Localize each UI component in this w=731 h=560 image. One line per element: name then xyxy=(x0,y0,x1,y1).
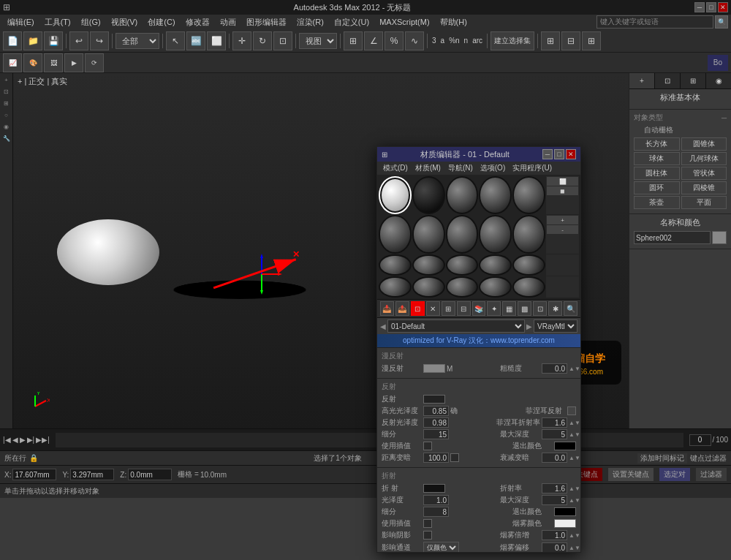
cylinder-btn[interactable]: 圆柱体 xyxy=(634,167,680,180)
mat-side-icon-3[interactable]: + xyxy=(547,216,578,224)
last-frame-btn[interactable]: ▶▶| xyxy=(36,436,50,444)
fog-bias-spinner[interactable]: ▲▼ xyxy=(569,545,576,551)
z-input[interactable] xyxy=(128,469,172,480)
auto-grid-check[interactable] xyxy=(634,126,643,135)
fog-bias-input[interactable] xyxy=(542,542,567,552)
mat-forward-btn[interactable]: ▶ xyxy=(526,322,532,330)
timeline-controls[interactable]: |◀ ◀ ▶ ▶| ▶▶| xyxy=(0,436,53,444)
menu-animation[interactable]: 动画 xyxy=(216,15,240,29)
refract-exit-color[interactable] xyxy=(554,507,576,516)
mat-sphere-21[interactable] xyxy=(446,276,479,298)
select-by-name-button[interactable]: 🔤 xyxy=(186,31,205,50)
mat-side-icon-1[interactable]: ⬜ xyxy=(547,177,578,186)
mat-minimize-btn[interactable]: ─ xyxy=(542,149,553,159)
menu-group[interactable]: 组(G) xyxy=(77,15,105,29)
hierarchy-tab[interactable]: ⊞ xyxy=(681,73,706,88)
menu-create[interactable]: 创建(C) xyxy=(143,15,179,29)
ior-input[interactable] xyxy=(542,483,567,493)
menu-customize[interactable]: 自定义(U) xyxy=(330,15,374,29)
mat-maximize-btn[interactable]: □ xyxy=(554,149,564,159)
diffuse-m-btn[interactable]: M xyxy=(447,365,452,373)
move-button[interactable]: ✛ xyxy=(232,31,251,50)
reflect-gloss-input[interactable] xyxy=(423,417,449,428)
select-button[interactable]: ↖ xyxy=(166,31,185,50)
create-icon[interactable]: + xyxy=(1,75,12,85)
snap-toggle[interactable]: ⊞ xyxy=(344,31,363,50)
depth-spinner[interactable]: ▲▼ xyxy=(569,431,576,438)
mat-menu-mode[interactable]: 模式(D) xyxy=(380,163,411,173)
mat-sphere-5[interactable] xyxy=(512,176,545,214)
filter-btn[interactable]: 键点过滤器 xyxy=(690,453,727,463)
mat-sphere-16[interactable] xyxy=(479,254,512,276)
mat-sphere-11[interactable] xyxy=(512,215,545,253)
plane-btn[interactable]: 平面 xyxy=(681,196,727,209)
exit-color[interactable] xyxy=(554,442,576,450)
mat-sphere-20[interactable] xyxy=(412,276,445,298)
mat-sphere-1[interactable] xyxy=(379,176,412,214)
percent-snap[interactable]: % xyxy=(385,31,404,50)
sphere-btn[interactable]: 球体 xyxy=(634,152,680,165)
menu-help[interactable]: 帮助(H) xyxy=(436,15,471,29)
display-tab[interactable]: ◉ xyxy=(706,73,731,88)
refract-color[interactable] xyxy=(423,484,445,493)
graph-editor-btn[interactable]: 📈 xyxy=(3,53,22,72)
teapot-btn[interactable]: 茶壶 xyxy=(634,196,680,209)
menu-modifiers[interactable]: 修改器 xyxy=(181,15,214,29)
mat-sphere-8[interactable] xyxy=(412,215,445,253)
mat-sphere-19[interactable] xyxy=(379,276,412,298)
unique-btn[interactable]: ⊟ xyxy=(457,301,471,316)
roughness-input[interactable] xyxy=(542,363,567,374)
geosphere-btn[interactable]: 几何球体 xyxy=(681,152,727,165)
render-btn[interactable]: ▶ xyxy=(64,53,83,72)
render-last-btn[interactable]: ⟳ xyxy=(85,53,104,72)
mat-sphere-23[interactable] xyxy=(512,276,545,298)
roughness-spinner[interactable]: ▲▼ xyxy=(569,366,576,372)
mat-sphere-22[interactable] xyxy=(479,276,512,298)
color-swatch[interactable] xyxy=(712,231,727,244)
tube-btn[interactable]: 管状体 xyxy=(681,167,727,180)
menu-edit[interactable]: 编辑(E) xyxy=(3,15,39,29)
diffuse-color[interactable] xyxy=(423,364,445,373)
material-type-dropdown[interactable]: VRayMtl xyxy=(534,319,577,333)
put-to-scene-btn[interactable]: 📤 xyxy=(395,301,409,316)
mat-sphere-7[interactable] xyxy=(379,215,412,253)
mat-effects-btn[interactable]: ✦ xyxy=(487,301,501,316)
hierarchy-icon[interactable]: ⊞ xyxy=(1,98,12,108)
selection-filter[interactable]: 全部 xyxy=(115,33,159,49)
fresnel-color[interactable] xyxy=(567,406,576,415)
get-material-btn[interactable]: 📥 xyxy=(380,301,394,316)
cone-btn[interactable]: 圆锥体 xyxy=(681,137,727,151)
maximize-button[interactable]: □ xyxy=(706,2,716,12)
menu-graph-editors[interactable]: 图形编辑器 xyxy=(242,15,291,29)
undo-button[interactable]: ↩ xyxy=(69,31,88,50)
rect-select-button[interactable]: ⬜ xyxy=(207,31,226,50)
affect-channels-dropdown[interactable]: 仅颜色 xyxy=(423,542,459,552)
save-button[interactable]: 💾 xyxy=(44,31,63,50)
material-name-dropdown[interactable]: 01-Default xyxy=(387,319,525,333)
motion-icon[interactable]: ○ xyxy=(1,110,12,120)
mat-sphere-2[interactable] xyxy=(412,176,445,214)
set-key-btn[interactable]: 设置关键点 xyxy=(608,468,654,481)
mat-sphere-3[interactable] xyxy=(446,176,479,214)
hilight-input[interactable] xyxy=(423,406,449,416)
diffuse-title[interactable]: 漫反射 xyxy=(382,351,576,361)
box-btn[interactable]: 长方体 xyxy=(634,137,680,151)
refract-depth-spinner[interactable]: ▲▼ xyxy=(569,497,576,504)
named-selection[interactable]: 建立选择集 xyxy=(491,31,534,50)
reflection-title[interactable]: 反射 xyxy=(382,382,576,392)
refract-subdiv-input[interactable] xyxy=(423,507,449,517)
minimize-button[interactable]: ─ xyxy=(694,2,705,12)
spinner-snap[interactable]: ∿ xyxy=(405,31,424,50)
mat-back-btn[interactable]: ◀ xyxy=(380,322,386,330)
refract-gloss-input[interactable] xyxy=(423,495,449,505)
modify-tab[interactable]: ⊡ xyxy=(655,73,681,88)
fresnel-ior-input[interactable] xyxy=(542,417,567,428)
menu-maxscript[interactable]: MAXScript(M) xyxy=(375,15,433,29)
mat-side-icon-4[interactable]: - xyxy=(547,225,578,234)
search-button[interactable]: 🔍 xyxy=(715,15,728,29)
assign-btn[interactable]: ⊡ xyxy=(411,301,425,316)
scale-button[interactable]: ⊡ xyxy=(273,31,292,50)
play-button[interactable]: ▶ xyxy=(20,436,26,444)
reference-coord[interactable]: 视图 xyxy=(299,33,337,49)
menu-render[interactable]: 渲染(R) xyxy=(292,15,328,29)
